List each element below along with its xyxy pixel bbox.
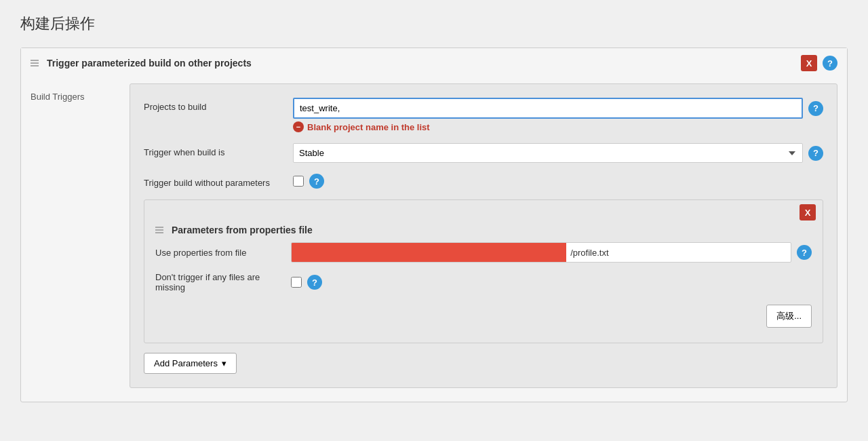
- inner-card-header: X: [144, 200, 823, 225]
- page-title: 构建后操作: [20, 14, 848, 34]
- projects-help-button[interactable]: ?: [808, 101, 823, 116]
- error-icon: −: [293, 121, 304, 132]
- outer-card-header: Trigger parameterized build on other pro…: [21, 48, 847, 78]
- inner-card-footer: 高级...: [144, 302, 823, 343]
- projects-label: Projects to build: [144, 98, 293, 112]
- file-red-block: [292, 243, 566, 262]
- add-params-wrapper: Add Parameters ▾: [144, 353, 823, 374]
- outer-card-title-text: Trigger parameterized build on other pro…: [47, 58, 252, 69]
- projects-row: Projects to build ? − Blank project name…: [144, 98, 823, 132]
- inner-drag-handle: [155, 227, 163, 233]
- sidebar-label: Build Triggers: [21, 78, 130, 388]
- no-params-field-row: ?: [293, 174, 823, 189]
- add-params-label: Add Parameters: [154, 358, 218, 368]
- projects-input[interactable]: [293, 98, 803, 119]
- drag-handle: [31, 60, 39, 66]
- file-input-display: /profile.txt: [291, 242, 791, 263]
- page-wrapper: 构建后操作 Trigger parameterized build on oth…: [0, 0, 868, 441]
- inner-card-close-button[interactable]: X: [800, 204, 816, 220]
- missing-files-help-button[interactable]: ?: [307, 275, 322, 290]
- main-content: Projects to build ? − Blank project name…: [130, 83, 837, 388]
- trigger-label: Trigger when build is: [144, 143, 293, 157]
- outer-card-close-button[interactable]: X: [801, 55, 817, 71]
- trigger-select[interactable]: Stable Unstable Failed Aborted: [293, 143, 803, 163]
- add-params-button[interactable]: Add Parameters ▾: [144, 353, 237, 374]
- projects-field-row: ?: [293, 98, 823, 119]
- error-message: − Blank project name in the list: [293, 121, 823, 132]
- projects-field: ? − Blank project name in the list: [293, 98, 823, 132]
- missing-files-checkbox[interactable]: [291, 277, 302, 288]
- inner-card: X Parameters from properties file Use pr…: [144, 199, 823, 343]
- file-label: Use properties from file: [155, 248, 291, 258]
- outer-card-title: Trigger parameterized build on other pro…: [31, 58, 252, 69]
- no-params-checkbox[interactable]: [293, 176, 304, 187]
- missing-files-row: Don't trigger if any files are missing ?: [144, 272, 823, 292]
- trigger-field-row: Stable Unstable Failed Aborted ?: [293, 143, 823, 163]
- trigger-help-button[interactable]: ?: [808, 146, 823, 161]
- error-text: Blank project name in the list: [307, 122, 430, 132]
- no-params-label: Trigger build without parameters: [144, 174, 293, 188]
- inner-card-title: Parameters from properties file: [172, 225, 313, 235]
- no-params-help-button[interactable]: ?: [309, 174, 324, 189]
- file-row: Use properties from file /profile.txt ?: [144, 242, 823, 263]
- trigger-row: Trigger when build is Stable Unstable Fa…: [144, 143, 823, 163]
- missing-files-label: Don't trigger if any files are missing: [155, 272, 291, 292]
- no-params-row: Trigger build without parameters ?: [144, 174, 823, 189]
- file-input-wrapper: /profile.txt ?: [291, 242, 812, 263]
- file-help-button[interactable]: ?: [797, 245, 812, 260]
- outer-card-body: Build Triggers Projects to build ? − Bla…: [21, 78, 847, 402]
- inner-card-title-row: Parameters from properties file: [144, 225, 823, 242]
- missing-files-field-row: ?: [291, 275, 812, 290]
- file-text: /profile.txt: [570, 248, 608, 258]
- outer-card: Trigger parameterized build on other pro…: [20, 47, 848, 402]
- advanced-button[interactable]: 高级...: [766, 305, 812, 328]
- add-params-chevron: ▾: [222, 358, 226, 368]
- outer-card-help-button[interactable]: ?: [823, 56, 837, 71]
